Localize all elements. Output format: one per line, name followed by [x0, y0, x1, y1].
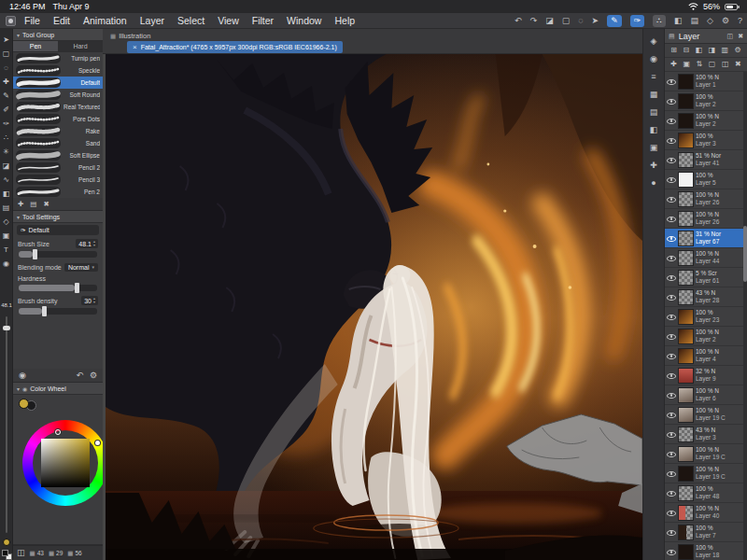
blend-mode-icon[interactable]: ⊞ [670, 47, 677, 54]
lasso-icon[interactable]: ◌ [578, 17, 583, 25]
eraser-tool-icon[interactable]: ◪ [3, 159, 10, 173]
gradient-icon[interactable]: ▤ [690, 17, 698, 25]
brush-menu-icon[interactable]: ▤ [30, 201, 36, 208]
layer-row-14[interactable]: 100 % NLayer 2 [665, 327, 743, 346]
text-tool-icon[interactable]: T [4, 243, 8, 257]
redo-icon[interactable]: ↷ [530, 17, 538, 25]
pencil-tool-icon[interactable]: ✐ [3, 103, 9, 117]
blending-mode-dropdown[interactable]: Normal [64, 263, 98, 272]
shape-tool-icon[interactable]: ◇ [3, 215, 8, 229]
brush-sand[interactable]: Sand [13, 137, 103, 149]
material-icon[interactable]: ◧ [650, 126, 658, 134]
layer-row-18[interactable]: 100 % NLayer 19 C [665, 405, 743, 425]
menu-item-select[interactable]: Select [177, 15, 204, 26]
visibility-eye-icon[interactable] [667, 155, 676, 164]
collapse-icon[interactable]: ▾ [17, 32, 20, 38]
reset-settings-icon[interactable]: ↶ [76, 371, 83, 380]
swatch-grid-icon[interactable]: ◫ [17, 548, 25, 557]
visibility-eye-icon[interactable] [667, 508, 676, 517]
layer-settings-icon[interactable]: ⚙ [735, 47, 741, 54]
layers-panel-title-bar[interactable]: ▤ Layer ◫✖ [665, 29, 747, 44]
brush-rake[interactable]: Rake [13, 125, 103, 137]
color-wheel-header[interactable]: ▾ ◉ Color Wheel [13, 383, 103, 395]
airbrush-tool-icon[interactable]: ∴ [4, 131, 8, 145]
blend-tool-icon[interactable]: ∿ [3, 173, 9, 187]
tool-group-header[interactable]: ▾ Tool Group [13, 29, 103, 41]
menu-item-filter[interactable]: Filter [252, 15, 274, 26]
visibility-eye-icon[interactable] [667, 214, 676, 223]
brush-density-knob[interactable] [42, 306, 47, 316]
visibility-eye-icon[interactable] [667, 292, 676, 301]
menu-item-edit[interactable]: Edit [53, 15, 70, 26]
visibility-eye-icon[interactable] [667, 194, 676, 203]
menu-item-help[interactable]: Help [334, 15, 355, 26]
tool-tab-hard[interactable]: Hard [58, 41, 103, 51]
layer-row-2[interactable]: 100 %Layer 2 [665, 91, 743, 111]
collapse-icon[interactable]: ▾ [17, 214, 20, 220]
fill-tool-icon[interactable]: ◧ [3, 187, 10, 201]
hue-marker[interactable] [95, 441, 100, 445]
visibility-eye-icon[interactable] [667, 351, 676, 360]
brush-pen-2[interactable]: Pen 2 [13, 186, 103, 198]
fill-icon[interactable]: ◧ [674, 17, 683, 25]
layer-row-21[interactable]: 100 % NLayer 19 C [665, 464, 743, 483]
visibility-eye-icon[interactable] [667, 77, 676, 86]
brush-pencil-3[interactable]: Pencil 3 [13, 174, 103, 186]
gradient-tool-icon[interactable]: ▤ [3, 201, 10, 215]
brush-pencil-2[interactable]: Pencil 2 [13, 161, 103, 174]
visibility-eye-icon[interactable] [667, 135, 676, 145]
brush-tool-icon[interactable]: ✑ [3, 117, 9, 131]
brush-real-textured[interactable]: Real Textured [13, 101, 103, 113]
layer-row-8[interactable]: 100 % NLayer 26 [665, 209, 743, 229]
layer-row-17[interactable]: 100 % NLayer 6 [665, 385, 743, 405]
hardness-knob[interactable] [75, 283, 79, 293]
marquee-icon[interactable]: ▢ [562, 17, 571, 25]
menu-item-layer[interactable]: Layer [140, 15, 164, 26]
lasso-tool-icon[interactable]: ◌ [4, 61, 8, 75]
settings-gear-icon[interactable]: ⚙ [722, 17, 729, 25]
airbrush-pressed-icon[interactable]: ∴ [653, 15, 666, 27]
undo-icon[interactable]: ↶ [514, 17, 522, 25]
lock-alpha-icon[interactable]: ◧ [696, 47, 703, 54]
lock-layer-icon[interactable]: ⊟ [683, 47, 689, 54]
canvas[interactable] [103, 54, 642, 560]
layer-row-23[interactable]: 100 % NLayer 40 [665, 503, 743, 523]
layer-mask-icon[interactable]: ◫ [722, 61, 729, 68]
close-panel-icon[interactable]: ✖ [738, 33, 743, 39]
ruler-icon[interactable]: ▥ [722, 47, 729, 54]
document-tab[interactable]: × Fatal_Attraction* (4765 x 5957px 300dp… [127, 41, 343, 53]
layer-row-1[interactable]: 100 % NLayer 1 [665, 72, 743, 91]
hue-ring[interactable] [22, 420, 108, 506]
visibility-eye-icon[interactable] [667, 175, 676, 184]
layer-row-22[interactable]: 100 %Layer 48 [665, 483, 743, 503]
layer-row-25[interactable]: 100 %Layer 18 [665, 542, 743, 560]
brush-size-track[interactable] [19, 251, 97, 258]
collapse-panel-icon[interactable]: ◫ [727, 33, 734, 39]
visibility-eye-icon[interactable] [667, 527, 676, 537]
menu-item-file[interactable]: File [24, 15, 40, 26]
brush-soft-ellipse[interactable]: Soft Ellipse [13, 149, 103, 161]
pen-tool-active-icon[interactable]: ✎ [607, 15, 622, 27]
menu-item-window[interactable]: Window [287, 15, 321, 26]
visibility-eye-icon[interactable] [667, 96, 676, 105]
brush-pore-dots[interactable]: Pore Dots [13, 113, 103, 125]
layer-row-11[interactable]: 5 % ScrLayer 61 [665, 268, 743, 287]
visibility-eye-icon[interactable] [667, 371, 676, 380]
stroke-preview-icon[interactable]: ◉ [19, 371, 26, 380]
subtool-icon[interactable]: ✚ [650, 161, 657, 170]
brush-speckle[interactable]: Speckle [13, 64, 103, 77]
foreground-color-swatch[interactable] [2, 550, 8, 556]
new-layer-icon[interactable]: ✚ [670, 61, 677, 68]
layer-row-4[interactable]: 100 %Layer 3 [665, 131, 743, 150]
visibility-eye-icon[interactable] [667, 233, 676, 243]
visibility-eye-icon[interactable] [667, 312, 676, 321]
app-logo-icon[interactable] [6, 16, 16, 26]
navigator-icon[interactable]: ▣ [650, 144, 658, 152]
collapse-icon[interactable]: ▾ [17, 385, 20, 392]
settings-wrench-icon[interactable]: ⚙ [90, 371, 97, 380]
visibility-eye-icon[interactable] [667, 488, 676, 497]
layer-row-3[interactable]: 100 % NLayer 2 [665, 111, 743, 131]
visibility-eye-icon[interactable] [667, 449, 676, 458]
color-slider-icon[interactable]: ≡ [651, 73, 655, 81]
brush-size-slider-handle[interactable] [3, 326, 10, 330]
